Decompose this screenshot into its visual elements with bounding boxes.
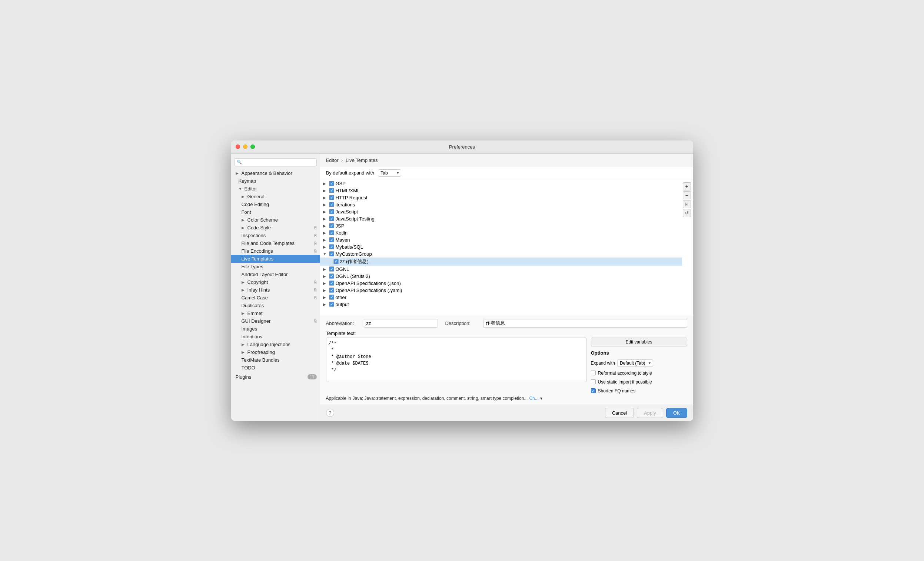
tree-item-htmlxml[interactable]: ▶ HTML/XML	[320, 187, 682, 194]
tree-check-other[interactable]	[329, 295, 334, 300]
expand-with-dropdown-wrapper[interactable]: Default (Tab) Tab Enter Space	[617, 359, 653, 367]
sidebar-item-inlay-hints[interactable]: ▶ Inlay Hints ⎘	[231, 286, 320, 294]
tree-check-javascript[interactable]	[329, 209, 334, 214]
ok-button[interactable]: OK	[666, 408, 687, 418]
close-button[interactable]	[236, 144, 240, 149]
maximize-button[interactable]	[250, 144, 255, 149]
expand-with-dropdown[interactable]: Tab Enter Space	[378, 170, 401, 177]
sidebar-item-images[interactable]: Images	[231, 325, 320, 333]
help-button[interactable]: ?	[326, 409, 334, 417]
sidebar-item-editor[interactable]: ▼ Editor	[231, 185, 320, 193]
tree-check-output[interactable]	[329, 302, 334, 307]
sidebar-item-todo[interactable]: TODO	[231, 364, 320, 372]
tree-item-ognl[interactable]: ▶ OGNL	[320, 266, 682, 273]
sidebar-item-label: File and Code Templates	[242, 240, 295, 246]
sidebar-item-camel-case[interactable]: Camel Case ⎘	[231, 294, 320, 302]
tree-item-javascript-testing[interactable]: ▶ JavaScript Testing	[320, 215, 682, 222]
restore-template-button[interactable]: ↺	[683, 209, 691, 217]
breadcrumb-current: Live Templates	[346, 158, 378, 163]
tree-item-httprequest[interactable]: ▶ HTTP Request	[320, 194, 682, 201]
tree-check-jsp[interactable]	[329, 223, 334, 228]
sidebar-item-proofreading[interactable]: ▶ Proofreading	[231, 348, 320, 356]
tree-item-iterations[interactable]: ▶ iterations	[320, 201, 682, 208]
sidebar-item-inspections[interactable]: Inspections ⎘	[231, 232, 320, 239]
tree-check-javascript-testing[interactable]	[329, 216, 334, 221]
tree-item-maven[interactable]: ▶ Maven	[320, 236, 682, 243]
description-input[interactable]	[483, 319, 687, 327]
tree-item-label: JSP	[336, 223, 345, 229]
sidebar-item-code-editing[interactable]: Code Editing	[231, 201, 320, 208]
tree-item-output[interactable]: ▶ output	[320, 301, 682, 308]
sidebar-item-duplicates[interactable]: Duplicates	[231, 302, 320, 309]
window-title: Preferences	[449, 144, 475, 150]
tree-item-kotlin[interactable]: ▶ Kotlin	[320, 230, 682, 236]
cancel-button[interactable]: Cancel	[605, 408, 634, 418]
abbreviation-input[interactable]	[364, 319, 438, 327]
tree-check-httprequest[interactable]	[329, 195, 334, 200]
tree-check-ognl-struts2[interactable]	[329, 273, 334, 279]
sidebar-item-gui-designer[interactable]: GUI Designer ⎘	[231, 317, 320, 325]
sidebar-item-keymap[interactable]: Keymap	[231, 177, 320, 185]
tree-check-kotlin[interactable]	[329, 230, 334, 235]
tree-item-mycustomgroup[interactable]: ▼ MyCustomGroup	[320, 250, 682, 258]
tree-check-htmlxml[interactable]	[329, 188, 334, 193]
sidebar-item-label: Appearance & Behavior	[242, 171, 292, 176]
tree-check-openapi-yaml[interactable]	[329, 288, 334, 293]
sidebar-item-file-types[interactable]: File Types	[231, 263, 320, 270]
tree-check-mybatis[interactable]	[329, 244, 334, 249]
search-box[interactable]: 🔍	[234, 158, 317, 166]
tree-item-javascript[interactable]: ▶ JavaScript	[320, 208, 682, 215]
sidebar-item-appearance[interactable]: ▶ Appearance & Behavior	[231, 170, 320, 177]
tree-item-label: MyCustomGroup	[336, 251, 372, 257]
tree-item-jsp[interactable]: ▶ JSP	[320, 222, 682, 230]
template-textarea[interactable]: /** * * @author Stone * @date $DATE$ */	[326, 338, 586, 382]
applicable-change-link[interactable]: Ch...	[529, 396, 538, 401]
sidebar-item-textmate[interactable]: TextMate Bundles	[231, 356, 320, 364]
add-template-button[interactable]: +	[683, 182, 691, 190]
sidebar-item-language-injections[interactable]: ▶ Language Injections	[231, 340, 320, 348]
sidebar-item-emmet[interactable]: ▶ Emmet	[231, 309, 320, 317]
tree-chevron: ▶	[323, 210, 327, 214]
sidebar-item-font[interactable]: Font	[231, 208, 320, 216]
sidebar-item-plugins[interactable]: Plugins 11	[231, 373, 320, 381]
edit-variables-button[interactable]: Edit variables	[591, 338, 687, 346]
sidebar-item-general[interactable]: ▶ General	[231, 193, 320, 201]
tree-check-maven[interactable]	[329, 237, 334, 242]
details-main: /** * * @author Stone * @date $DATE$ */ …	[326, 338, 687, 393]
tree-item-mybatis[interactable]: ▶ Mybatis/SQL	[320, 243, 682, 250]
sidebar-item-android-layout[interactable]: Android Layout Editor	[231, 270, 320, 278]
tree-item-ognl-struts2[interactable]: ▶ OGNL (Struts 2)	[320, 273, 682, 280]
tree-check-zz[interactable]	[333, 259, 339, 264]
tree-check-openapi-json[interactable]	[329, 280, 334, 286]
shorten-fq-checkbox[interactable]	[591, 388, 596, 393]
tree-item-zz[interactable]: zz (作者信息)	[320, 258, 682, 266]
minimize-button[interactable]	[243, 144, 248, 149]
tree-area[interactable]: ▶ GSP ▶ HTML/XML ▶ HTTP Request	[320, 180, 693, 315]
remove-template-button[interactable]: −	[683, 191, 691, 200]
tree-check-mycustomgroup[interactable]	[329, 251, 334, 256]
apply-button[interactable]: Apply	[637, 408, 663, 418]
sidebar-item-copyright[interactable]: ▶ Copyright ⎘	[231, 278, 320, 286]
tree-item-label: OpenAPI Specifications (.yaml)	[336, 288, 402, 293]
tree-item-gsp[interactable]: ▶ GSP	[320, 180, 682, 187]
static-import-checkbox[interactable]	[591, 380, 596, 384]
expand-with-select[interactable]: Default (Tab) Tab Enter Space	[617, 359, 653, 367]
expand-dropdown-wrapper[interactable]: Tab Enter Space	[378, 170, 401, 177]
sidebar-item-file-code-templates[interactable]: File and Code Templates ⎘	[231, 239, 320, 247]
tree-check-iterations[interactable]	[329, 202, 334, 207]
search-input[interactable]	[243, 160, 314, 165]
tree-item-openapi-yaml[interactable]: ▶ OpenAPI Specifications (.yaml)	[320, 287, 682, 294]
copy-template-button[interactable]: ⎘	[683, 200, 691, 208]
tree-check-gsp[interactable]	[329, 181, 334, 186]
reformat-checkbox[interactable]	[591, 370, 596, 375]
sidebar-item-intentions[interactable]: Intentions	[231, 333, 320, 340]
sidebar-item-label: TextMate Bundles	[242, 357, 280, 363]
sidebar-item-color-scheme[interactable]: ▶ Color Scheme	[231, 216, 320, 224]
tree-chevron: ▶	[323, 245, 327, 249]
sidebar-item-file-encodings[interactable]: File Encodings ⎘	[231, 247, 320, 255]
tree-check-ognl[interactable]	[329, 266, 334, 272]
tree-item-other[interactable]: ▶ other	[320, 294, 682, 301]
tree-item-openapi-json[interactable]: ▶ OpenAPI Specifications (.json)	[320, 280, 682, 287]
sidebar-item-live-templates[interactable]: Live Templates	[231, 255, 320, 263]
sidebar-item-code-style[interactable]: ▶ Code Style ⎘	[231, 224, 320, 232]
